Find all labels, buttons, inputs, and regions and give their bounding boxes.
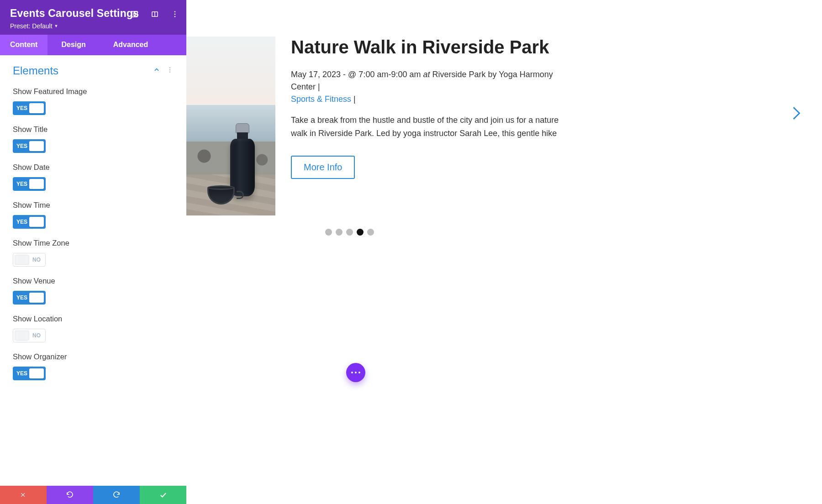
chevron-down-icon: ▼ bbox=[54, 24, 58, 28]
field-label: Show Featured Image bbox=[13, 87, 174, 96]
section-title: Elements bbox=[13, 64, 58, 77]
field-label: Show Title bbox=[13, 125, 174, 134]
expand-icon[interactable] bbox=[131, 10, 139, 18]
svg-point-5 bbox=[174, 14, 176, 15]
preview-canvas: Nature Walk in Riverside Park May 17, 20… bbox=[186, 0, 822, 504]
toggle-time_zone[interactable]: NO bbox=[13, 253, 46, 267]
more-info-button[interactable]: More Info bbox=[291, 156, 355, 179]
by-word: by bbox=[488, 70, 497, 79]
event-description: Take a break from the hustle and bustle … bbox=[291, 114, 574, 140]
cancel-button[interactable] bbox=[0, 486, 47, 504]
redo-button[interactable] bbox=[93, 486, 140, 504]
toggle-featured_image[interactable]: YES bbox=[13, 101, 46, 115]
field-venue: Show VenueYES bbox=[13, 277, 174, 304]
svg-point-9 bbox=[169, 71, 170, 72]
preset-dropdown[interactable]: Preset: Default ▼ bbox=[10, 22, 58, 30]
field-time: Show TimeYES bbox=[13, 201, 174, 229]
carousel-next-button[interactable] bbox=[792, 105, 802, 123]
field-date: Show DateYES bbox=[13, 163, 174, 191]
featured-image bbox=[186, 37, 275, 215]
tab-content[interactable]: Content bbox=[0, 35, 47, 55]
field-location: Show LocationNO bbox=[13, 315, 174, 342]
event-time: @ 7:00 am-9:00 am bbox=[348, 70, 421, 79]
event-meta: May 17, 2023 - @ 7:00 am-9:00 am at Rive… bbox=[291, 68, 574, 105]
carousel-dot[interactable] bbox=[357, 229, 364, 236]
toggle-title[interactable]: YES bbox=[13, 139, 46, 153]
svg-point-6 bbox=[174, 16, 176, 17]
event-date: May 17, 2023 bbox=[291, 70, 341, 79]
columns-icon[interactable] bbox=[151, 10, 159, 18]
svg-point-8 bbox=[169, 69, 170, 70]
svg-rect-0 bbox=[132, 11, 137, 17]
toggle-venue[interactable]: YES bbox=[13, 291, 46, 304]
svg-rect-1 bbox=[134, 13, 136, 16]
event-card: Nature Walk in Riverside Park May 17, 20… bbox=[186, 37, 790, 215]
tab-design[interactable]: Design bbox=[47, 35, 99, 55]
carousel-dot[interactable] bbox=[367, 229, 374, 236]
at-word: at bbox=[423, 70, 430, 79]
event-category-link[interactable]: Sports & Fitness bbox=[291, 94, 351, 104]
save-button[interactable] bbox=[140, 486, 186, 504]
field-label: Show Time bbox=[13, 201, 174, 210]
field-label: Show Time Zone bbox=[13, 239, 174, 247]
field-label: Show Venue bbox=[13, 277, 174, 285]
event-title: Nature Walk in Riverside Park bbox=[291, 37, 574, 58]
tab-advanced[interactable]: Advanced bbox=[100, 35, 158, 55]
field-featured_image: Show Featured ImageYES bbox=[13, 87, 174, 115]
panel-footer bbox=[0, 486, 186, 504]
toggle-date[interactable]: YES bbox=[13, 177, 46, 191]
undo-button[interactable] bbox=[47, 486, 93, 504]
field-organizer: Show OrganizerYES bbox=[13, 352, 174, 380]
panel-header: Events Carousel Settings Preset: Default… bbox=[0, 0, 186, 35]
panel-tabs: Content Design Advanced bbox=[0, 35, 186, 55]
carousel-dot[interactable] bbox=[346, 229, 353, 236]
field-label: Show Organizer bbox=[13, 352, 174, 361]
toggle-time[interactable]: YES bbox=[13, 215, 46, 229]
more-icon[interactable] bbox=[171, 10, 179, 18]
field-time_zone: Show Time ZoneNO bbox=[13, 239, 174, 267]
field-label: Show Location bbox=[13, 315, 174, 323]
section-more-icon[interactable] bbox=[166, 66, 174, 75]
toggle-organizer[interactable]: YES bbox=[13, 367, 46, 380]
carousel-dots bbox=[325, 229, 374, 236]
event-venue: Riverside Park bbox=[432, 70, 486, 79]
floating-more-button[interactable] bbox=[346, 363, 365, 382]
svg-point-7 bbox=[169, 67, 170, 68]
field-label: Show Date bbox=[13, 163, 174, 172]
chevron-up-icon[interactable] bbox=[153, 67, 160, 75]
svg-point-4 bbox=[174, 11, 176, 12]
preset-label: Preset: Default bbox=[10, 22, 53, 30]
field-title: Show TitleYES bbox=[13, 125, 174, 153]
settings-panel: Events Carousel Settings Preset: Default… bbox=[0, 0, 186, 504]
panel-body: Elements Show Featured ImageYESShow Titl… bbox=[0, 55, 186, 486]
carousel-dot[interactable] bbox=[325, 229, 332, 236]
carousel-dot[interactable] bbox=[336, 229, 342, 236]
toggle-location[interactable]: NO bbox=[13, 329, 46, 342]
